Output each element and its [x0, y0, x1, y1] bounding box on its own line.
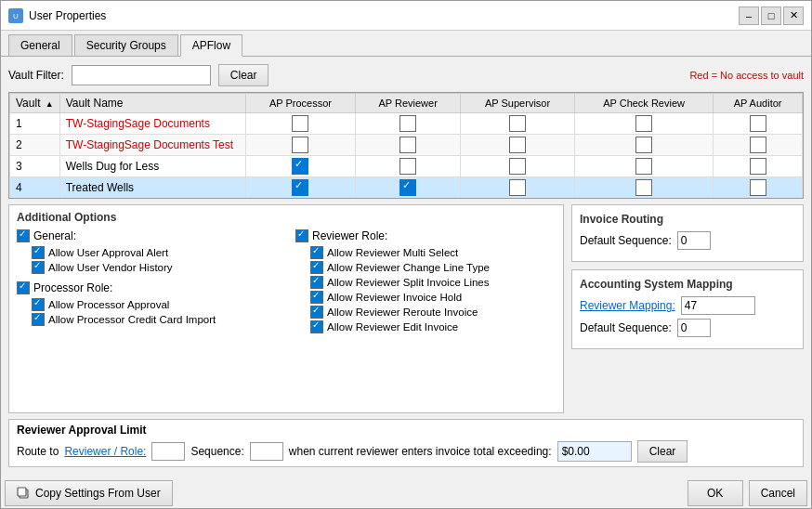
default-sequence-input[interactable]: [677, 231, 711, 250]
ap-reviewer-checkbox[interactable]: [399, 179, 416, 196]
table-row[interactable]: 3 Wells Dug for Less: [10, 156, 803, 177]
opt-reviewer-edit-invoice: Allow Reviewer Edit Invoice: [310, 320, 556, 333]
accounting-mapping-title: Accounting System Mapping: [580, 278, 795, 291]
minimize-button[interactable]: –: [739, 7, 759, 25]
ap-supervisor-checkbox[interactable]: [509, 179, 526, 196]
footer-right: OK Cancel: [688, 480, 807, 506]
reviewer-role-header: Reviewer Role:: [295, 229, 556, 242]
accounting-default-sequence-input[interactable]: [677, 319, 711, 337]
reviewer-multi-select-checkbox[interactable]: [310, 246, 323, 259]
ap-processor-checkbox[interactable]: [292, 137, 308, 153]
reviewer-approval-limit-row: Route to Reviewer / Role: Sequence: when…: [17, 440, 795, 463]
table-row[interactable]: 4 Treated Wells: [10, 177, 803, 199]
vendor-history-label: Allow User Vendor History: [48, 262, 173, 273]
reviewer-role-checkbox[interactable]: [295, 229, 308, 242]
ap-supervisor-checkbox[interactable]: [509, 137, 526, 153]
general-label: General:: [33, 229, 76, 242]
vault-table: Vault ▲ Vault Name AP Processor AP Revie…: [9, 93, 803, 199]
copy-settings-button[interactable]: Copy Settings From User: [5, 480, 173, 506]
reviewer-approval-limit-panel: Reviewer Approval Limit Route to Reviewe…: [8, 419, 804, 467]
col-ap-supervisor[interactable]: AP Supervisor: [461, 94, 575, 113]
reviewer-reroute-checkbox[interactable]: [310, 306, 323, 319]
processor-role-checkbox[interactable]: [17, 281, 30, 294]
reviewer-edit-invoice-checkbox[interactable]: [310, 320, 323, 333]
right-panel: Invoice Routing Default Sequence: Accoun…: [571, 204, 804, 413]
col-vault[interactable]: Vault ▲: [10, 94, 60, 113]
options-row: General: Allow User Approval Alert Allow…: [17, 229, 556, 335]
amount-input[interactable]: [557, 441, 632, 462]
ap-reviewer-checkbox[interactable]: [399, 115, 416, 132]
reviewer-mapping-link[interactable]: Reviewer Mapping:: [580, 299, 675, 312]
invoice-routing-panel: Invoice Routing Default Sequence:: [571, 204, 804, 262]
window-icon: U: [8, 8, 23, 23]
tabs-bar: General Security Groups APFlow: [1, 31, 811, 57]
vault-id-cell: 3: [10, 156, 60, 177]
vault-filter-input[interactable]: [72, 65, 211, 85]
ap-supervisor-checkbox[interactable]: [509, 158, 526, 175]
ap-auditor-checkbox[interactable]: [750, 137, 766, 153]
copy-settings-label: Copy Settings From User: [35, 487, 161, 500]
vendor-history-checkbox[interactable]: [32, 261, 45, 274]
tab-apflow[interactable]: APFlow: [180, 34, 242, 57]
tab-security-groups[interactable]: Security Groups: [74, 34, 178, 56]
ok-button[interactable]: OK: [688, 480, 743, 506]
cancel-button[interactable]: Cancel: [749, 480, 807, 506]
reviewer-mapping-row: Reviewer Mapping:: [580, 296, 795, 315]
ap-auditor-checkbox[interactable]: [750, 115, 766, 132]
vault-filter-clear-button[interactable]: Clear: [218, 64, 269, 86]
ap-auditor-checkbox[interactable]: [750, 158, 766, 175]
processor-role-label: Processor Role:: [33, 281, 112, 294]
default-sequence-row: Default Sequence:: [580, 231, 795, 250]
processor-approval-label: Allow Processor Approval: [48, 299, 169, 310]
col-ap-processor[interactable]: AP Processor: [245, 94, 355, 113]
vault-table-container: Vault ▲ Vault Name AP Processor AP Revie…: [8, 92, 804, 199]
accounting-mapping-panel: Accounting System Mapping Reviewer Mappi…: [571, 269, 804, 349]
general-checkbox[interactable]: [17, 229, 30, 242]
ap-reviewer-checkbox[interactable]: [399, 137, 416, 153]
ap-processor-checkbox[interactable]: [292, 158, 308, 175]
opt-vendor-history: Allow User Vendor History: [32, 261, 277, 274]
ap-auditor-checkbox[interactable]: [750, 179, 766, 196]
ap-check-review-checkbox[interactable]: [635, 115, 652, 132]
ap-processor-checkbox[interactable]: [292, 115, 308, 132]
ap-check-review-checkbox[interactable]: [635, 179, 652, 196]
reviewer-clear-button[interactable]: Clear: [637, 440, 688, 463]
processor-approval-checkbox[interactable]: [32, 298, 45, 311]
reviewer-change-line-checkbox[interactable]: [310, 261, 323, 274]
col-vault-name[interactable]: Vault Name: [59, 94, 245, 113]
approval-alert-checkbox[interactable]: [32, 246, 45, 259]
close-button[interactable]: ✕: [783, 7, 804, 25]
route-to-label: Route to: [17, 445, 59, 458]
reviewer-split-invoice-checkbox[interactable]: [310, 276, 323, 289]
sort-arrow-vault: ▲: [46, 99, 54, 109]
additional-options-title: Additional Options: [17, 211, 556, 224]
opt-reviewer-invoice-hold: Allow Reviewer Invoice Hold: [310, 291, 556, 304]
accounting-default-sequence-row: Default Sequence:: [580, 319, 795, 337]
main-window: U User Properties – □ ✕ General Security…: [0, 0, 812, 509]
reviewer-mapping-input[interactable]: [681, 296, 755, 315]
col-ap-reviewer[interactable]: AP Reviewer: [356, 94, 461, 113]
ap-processor-checkbox[interactable]: [292, 179, 308, 196]
invoice-routing-title: Invoice Routing: [580, 213, 795, 226]
col-ap-check-review[interactable]: AP Check Review: [575, 94, 714, 113]
col-ap-auditor[interactable]: AP Auditor: [714, 94, 803, 113]
credit-card-import-checkbox[interactable]: [32, 313, 45, 326]
ap-check-review-checkbox[interactable]: [635, 137, 652, 153]
ap-supervisor-checkbox[interactable]: [509, 115, 526, 132]
ap-reviewer-checkbox[interactable]: [399, 158, 416, 175]
red-note: Red = No access to vault: [689, 70, 804, 81]
reviewer-role-input[interactable]: [151, 442, 185, 461]
vault-id-cell: 2: [10, 135, 60, 156]
reviewer-invoice-hold-checkbox[interactable]: [310, 291, 323, 304]
ap-check-review-checkbox[interactable]: [635, 158, 652, 175]
reviewer-role-link[interactable]: Reviewer / Role:: [64, 445, 146, 458]
table-row[interactable]: 2 TW-StagingSage Documents Test: [10, 135, 803, 156]
vault-name-cell: TW-StagingSage Documents Test: [59, 135, 245, 156]
svg-text:U: U: [13, 12, 19, 20]
sequence-input[interactable]: [250, 442, 283, 461]
copy-icon: [17, 487, 30, 500]
window-title: User Properties: [29, 9, 739, 22]
maximize-button[interactable]: □: [761, 7, 781, 25]
tab-general[interactable]: General: [8, 34, 72, 56]
table-row[interactable]: 1 TW-StagingSage Documents: [10, 113, 803, 135]
